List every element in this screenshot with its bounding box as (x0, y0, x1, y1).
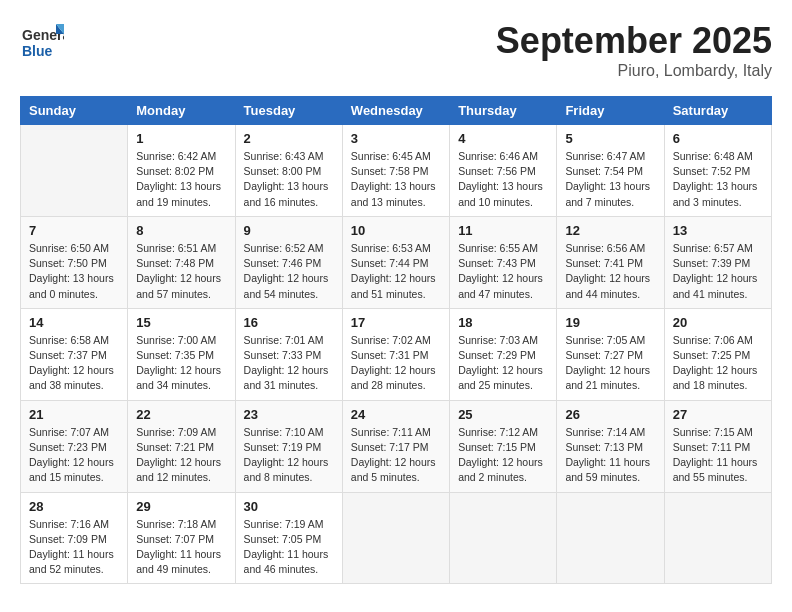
day-number: 5 (565, 131, 655, 146)
day-number: 2 (244, 131, 334, 146)
day-info: Sunrise: 6:45 AM Sunset: 7:58 PM Dayligh… (351, 149, 441, 210)
day-number: 19 (565, 315, 655, 330)
title-block: September 2025 Piuro, Lombardy, Italy (496, 20, 772, 80)
calendar-cell: 15Sunrise: 7:00 AM Sunset: 7:35 PM Dayli… (128, 308, 235, 400)
day-number: 11 (458, 223, 548, 238)
day-number: 18 (458, 315, 548, 330)
calendar-week-row: 21Sunrise: 7:07 AM Sunset: 7:23 PM Dayli… (21, 400, 772, 492)
column-header-saturday: Saturday (664, 97, 771, 125)
calendar-cell: 5Sunrise: 6:47 AM Sunset: 7:54 PM Daylig… (557, 125, 664, 217)
day-info: Sunrise: 7:19 AM Sunset: 7:05 PM Dayligh… (244, 517, 334, 578)
calendar-cell (21, 125, 128, 217)
calendar-cell: 30Sunrise: 7:19 AM Sunset: 7:05 PM Dayli… (235, 492, 342, 584)
day-info: Sunrise: 6:55 AM Sunset: 7:43 PM Dayligh… (458, 241, 548, 302)
day-info: Sunrise: 6:48 AM Sunset: 7:52 PM Dayligh… (673, 149, 763, 210)
day-number: 16 (244, 315, 334, 330)
day-number: 20 (673, 315, 763, 330)
day-info: Sunrise: 7:10 AM Sunset: 7:19 PM Dayligh… (244, 425, 334, 486)
calendar-table: SundayMondayTuesdayWednesdayThursdayFrid… (20, 96, 772, 584)
day-info: Sunrise: 7:01 AM Sunset: 7:33 PM Dayligh… (244, 333, 334, 394)
calendar-cell: 20Sunrise: 7:06 AM Sunset: 7:25 PM Dayli… (664, 308, 771, 400)
day-number: 4 (458, 131, 548, 146)
calendar-cell (557, 492, 664, 584)
calendar-cell (342, 492, 449, 584)
calendar-cell: 26Sunrise: 7:14 AM Sunset: 7:13 PM Dayli… (557, 400, 664, 492)
day-info: Sunrise: 7:00 AM Sunset: 7:35 PM Dayligh… (136, 333, 226, 394)
day-number: 17 (351, 315, 441, 330)
day-info: Sunrise: 7:12 AM Sunset: 7:15 PM Dayligh… (458, 425, 548, 486)
calendar-cell: 9Sunrise: 6:52 AM Sunset: 7:46 PM Daylig… (235, 216, 342, 308)
day-number: 1 (136, 131, 226, 146)
column-header-wednesday: Wednesday (342, 97, 449, 125)
day-number: 10 (351, 223, 441, 238)
day-info: Sunrise: 7:03 AM Sunset: 7:29 PM Dayligh… (458, 333, 548, 394)
day-info: Sunrise: 6:57 AM Sunset: 7:39 PM Dayligh… (673, 241, 763, 302)
day-info: Sunrise: 7:11 AM Sunset: 7:17 PM Dayligh… (351, 425, 441, 486)
column-header-tuesday: Tuesday (235, 97, 342, 125)
day-info: Sunrise: 7:15 AM Sunset: 7:11 PM Dayligh… (673, 425, 763, 486)
day-number: 14 (29, 315, 119, 330)
day-number: 27 (673, 407, 763, 422)
day-number: 12 (565, 223, 655, 238)
day-number: 13 (673, 223, 763, 238)
logo-icon: General Blue (20, 20, 64, 64)
column-header-monday: Monday (128, 97, 235, 125)
day-info: Sunrise: 6:43 AM Sunset: 8:00 PM Dayligh… (244, 149, 334, 210)
day-info: Sunrise: 6:53 AM Sunset: 7:44 PM Dayligh… (351, 241, 441, 302)
day-number: 24 (351, 407, 441, 422)
calendar-cell: 14Sunrise: 6:58 AM Sunset: 7:37 PM Dayli… (21, 308, 128, 400)
column-header-sunday: Sunday (21, 97, 128, 125)
day-info: Sunrise: 6:47 AM Sunset: 7:54 PM Dayligh… (565, 149, 655, 210)
day-info: Sunrise: 7:16 AM Sunset: 7:09 PM Dayligh… (29, 517, 119, 578)
column-header-thursday: Thursday (450, 97, 557, 125)
day-number: 25 (458, 407, 548, 422)
day-info: Sunrise: 7:07 AM Sunset: 7:23 PM Dayligh… (29, 425, 119, 486)
day-info: Sunrise: 7:02 AM Sunset: 7:31 PM Dayligh… (351, 333, 441, 394)
day-number: 8 (136, 223, 226, 238)
day-info: Sunrise: 7:09 AM Sunset: 7:21 PM Dayligh… (136, 425, 226, 486)
logo: General Blue (20, 20, 68, 64)
calendar-cell: 17Sunrise: 7:02 AM Sunset: 7:31 PM Dayli… (342, 308, 449, 400)
calendar-cell: 23Sunrise: 7:10 AM Sunset: 7:19 PM Dayli… (235, 400, 342, 492)
calendar-cell: 28Sunrise: 7:16 AM Sunset: 7:09 PM Dayli… (21, 492, 128, 584)
calendar-cell: 27Sunrise: 7:15 AM Sunset: 7:11 PM Dayli… (664, 400, 771, 492)
day-info: Sunrise: 6:50 AM Sunset: 7:50 PM Dayligh… (29, 241, 119, 302)
calendar-cell: 29Sunrise: 7:18 AM Sunset: 7:07 PM Dayli… (128, 492, 235, 584)
page-header: General Blue September 2025 Piuro, Lomba… (20, 20, 772, 80)
day-info: Sunrise: 6:51 AM Sunset: 7:48 PM Dayligh… (136, 241, 226, 302)
day-number: 3 (351, 131, 441, 146)
calendar-cell: 16Sunrise: 7:01 AM Sunset: 7:33 PM Dayli… (235, 308, 342, 400)
calendar-week-row: 14Sunrise: 6:58 AM Sunset: 7:37 PM Dayli… (21, 308, 772, 400)
column-header-friday: Friday (557, 97, 664, 125)
day-number: 28 (29, 499, 119, 514)
calendar-header-row: SundayMondayTuesdayWednesdayThursdayFrid… (21, 97, 772, 125)
calendar-cell: 13Sunrise: 6:57 AM Sunset: 7:39 PM Dayli… (664, 216, 771, 308)
calendar-week-row: 1Sunrise: 6:42 AM Sunset: 8:02 PM Daylig… (21, 125, 772, 217)
calendar-cell: 24Sunrise: 7:11 AM Sunset: 7:17 PM Dayli… (342, 400, 449, 492)
day-info: Sunrise: 7:18 AM Sunset: 7:07 PM Dayligh… (136, 517, 226, 578)
calendar-cell: 12Sunrise: 6:56 AM Sunset: 7:41 PM Dayli… (557, 216, 664, 308)
calendar-cell: 18Sunrise: 7:03 AM Sunset: 7:29 PM Dayli… (450, 308, 557, 400)
calendar-cell: 8Sunrise: 6:51 AM Sunset: 7:48 PM Daylig… (128, 216, 235, 308)
calendar-cell: 25Sunrise: 7:12 AM Sunset: 7:15 PM Dayli… (450, 400, 557, 492)
calendar-cell: 21Sunrise: 7:07 AM Sunset: 7:23 PM Dayli… (21, 400, 128, 492)
location: Piuro, Lombardy, Italy (496, 62, 772, 80)
day-number: 6 (673, 131, 763, 146)
day-info: Sunrise: 6:58 AM Sunset: 7:37 PM Dayligh… (29, 333, 119, 394)
calendar-cell: 2Sunrise: 6:43 AM Sunset: 8:00 PM Daylig… (235, 125, 342, 217)
day-number: 29 (136, 499, 226, 514)
day-info: Sunrise: 7:14 AM Sunset: 7:13 PM Dayligh… (565, 425, 655, 486)
day-number: 23 (244, 407, 334, 422)
day-info: Sunrise: 6:56 AM Sunset: 7:41 PM Dayligh… (565, 241, 655, 302)
day-number: 22 (136, 407, 226, 422)
day-number: 7 (29, 223, 119, 238)
calendar-cell: 7Sunrise: 6:50 AM Sunset: 7:50 PM Daylig… (21, 216, 128, 308)
calendar-cell: 1Sunrise: 6:42 AM Sunset: 8:02 PM Daylig… (128, 125, 235, 217)
day-info: Sunrise: 7:05 AM Sunset: 7:27 PM Dayligh… (565, 333, 655, 394)
calendar-cell: 22Sunrise: 7:09 AM Sunset: 7:21 PM Dayli… (128, 400, 235, 492)
day-info: Sunrise: 7:06 AM Sunset: 7:25 PM Dayligh… (673, 333, 763, 394)
calendar-cell: 4Sunrise: 6:46 AM Sunset: 7:56 PM Daylig… (450, 125, 557, 217)
svg-text:Blue: Blue (22, 43, 53, 59)
calendar-cell: 10Sunrise: 6:53 AM Sunset: 7:44 PM Dayli… (342, 216, 449, 308)
calendar-cell: 3Sunrise: 6:45 AM Sunset: 7:58 PM Daylig… (342, 125, 449, 217)
